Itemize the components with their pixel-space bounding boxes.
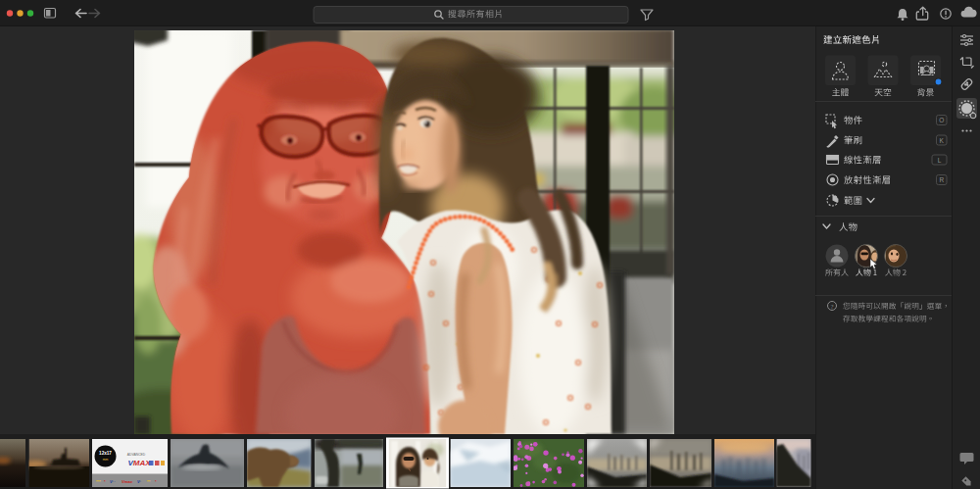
- svg-text:O: O: [939, 117, 944, 123]
- svg-text:R: R: [939, 176, 944, 183]
- svg-text:?: ?: [830, 303, 833, 311]
- svg-text:K: K: [940, 137, 945, 144]
- svg-text:L: L: [938, 157, 942, 164]
